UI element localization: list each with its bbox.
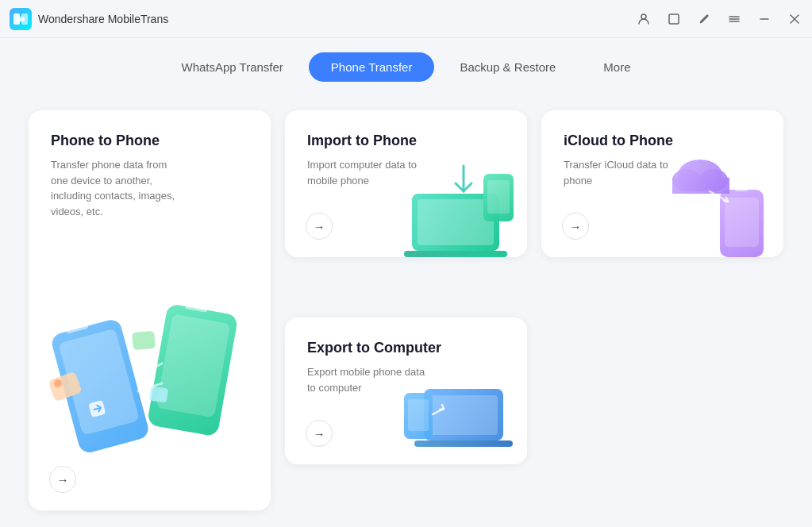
- svg-rect-2: [17, 17, 25, 21]
- svg-point-3: [641, 14, 646, 19]
- tab-phone[interactable]: Phone Transfer: [309, 52, 435, 82]
- card-import-title: Import to Phone: [307, 133, 505, 149]
- profile-icon[interactable]: [636, 11, 652, 27]
- tab-whatsapp[interactable]: WhatsApp Transfer: [159, 52, 305, 82]
- svg-rect-33: [672, 178, 729, 194]
- app-icon: [10, 8, 32, 30]
- svg-rect-28: [725, 198, 759, 247]
- svg-rect-38: [408, 399, 429, 431]
- window-icon[interactable]: [666, 11, 682, 27]
- svg-rect-4: [669, 14, 679, 24]
- tab-backup[interactable]: Backup & Restore: [437, 52, 578, 82]
- svg-rect-29: [735, 188, 748, 191]
- card-phone-to-phone-title: Phone to Phone: [51, 133, 248, 149]
- edit-icon[interactable]: [696, 11, 712, 27]
- svg-rect-35: [429, 395, 498, 435]
- titlebar-left: Wondershare MobileTrans: [10, 8, 168, 30]
- nav-bar: WhatsApp Transfer Phone Transfer Backup …: [0, 38, 812, 94]
- minimize-icon[interactable]: [756, 11, 772, 27]
- main-content: Phone to Phone Transfer phone data from …: [0, 94, 812, 526]
- card-phone-to-phone[interactable]: Phone to Phone Transfer phone data from …: [29, 110, 271, 510]
- svg-rect-23: [418, 199, 494, 245]
- menu-icon[interactable]: [726, 11, 742, 27]
- card-icloud-arrow[interactable]: →: [562, 213, 589, 240]
- card-import-arrow[interactable]: →: [306, 213, 333, 240]
- svg-rect-19: [148, 387, 167, 403]
- svg-rect-24: [404, 251, 507, 257]
- svg-point-21: [54, 379, 62, 387]
- card-phone-to-phone-arrow[interactable]: →: [49, 466, 76, 493]
- titlebar: Wondershare MobileTrans: [0, 0, 812, 38]
- svg-rect-26: [487, 180, 510, 213]
- card-import-to-phone[interactable]: Import to Phone Import computer data to …: [285, 110, 527, 257]
- close-icon[interactable]: [787, 11, 802, 27]
- tab-more[interactable]: More: [581, 52, 652, 82]
- svg-rect-36: [414, 440, 513, 447]
- svg-rect-18: [132, 331, 156, 350]
- card-phone-to-phone-desc: Transfer phone data from one device to a…: [51, 157, 178, 219]
- app-title: Wondershare MobileTrans: [38, 13, 168, 25]
- card-icloud-to-phone[interactable]: iCloud to Phone Transfer iCloud data to …: [541, 110, 783, 257]
- card-export-to-computer[interactable]: Export to Computer Export mobile phone d…: [285, 317, 527, 464]
- titlebar-controls: [636, 11, 802, 27]
- card-export-arrow[interactable]: →: [306, 420, 333, 447]
